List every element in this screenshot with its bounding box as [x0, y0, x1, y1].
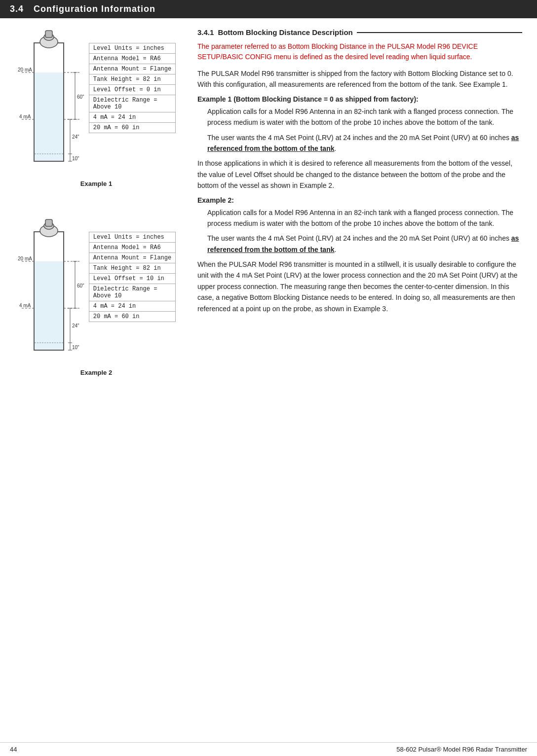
highlight-paragraph: The parameter referred to as Bottom Bloc…	[197, 41, 522, 62]
example1-heading: Example 1 (Bottom Blocking Distance = 0 …	[197, 95, 522, 103]
config-row-level-offset: Level Offset = 0 in	[89, 85, 175, 95]
example2-para2-end: .	[334, 246, 336, 253]
config2-row-level-units: Level Units = inches	[89, 232, 175, 243]
example2-para2-text: The user wants the 4 mA Set Point (LRV) …	[207, 234, 511, 242]
section-number: 3.4	[10, 4, 24, 14]
example2-para2: The user wants the 4 mA Set Point (LRV) …	[197, 233, 522, 255]
config-row-level-units: Level Units = inches	[89, 43, 175, 54]
svg-rect-27	[45, 219, 52, 226]
config-row-antenna-mount: Antenna Mount = Flange	[89, 64, 175, 74]
body-paragraph-2: In those applications in which it is des…	[197, 158, 522, 191]
example1-config-box: Level Units = inches Antenna Model = RA6…	[89, 43, 176, 133]
svg-text:60": 60"	[77, 94, 84, 100]
right-column: 3.4.1 Bottom Blocking Distance Descripti…	[188, 18, 537, 386]
example1-label: Example 1	[80, 180, 112, 187]
config2-row-4ma: 4 mA = 24 in	[89, 301, 175, 312]
svg-rect-28	[35, 261, 63, 350]
config2-row-20ma: 20 mA = 60 in	[89, 312, 175, 322]
config-row-tank-height: Tank Height = 82 in	[89, 74, 175, 85]
subsection-num: 3.4.1	[197, 28, 214, 36]
page-number: 44	[10, 746, 17, 753]
svg-rect-3	[45, 31, 52, 37]
config-row-dielectric: Dielectric Range =Above 10	[89, 95, 175, 112]
config-row-antenna-model: Antenna Model = RA6	[89, 54, 175, 64]
example1-tank-svg: 20 mA 4 mA 60" 24" 10"	[17, 28, 86, 176]
example1-para2: The user wants the 4 mA Set Point (LRV) …	[197, 132, 522, 154]
subsection-title: Bottom Blocking Distance Description	[218, 28, 352, 36]
svg-text:20 mA: 20 mA	[18, 256, 32, 261]
config2-row-tank-height: Tank Height = 82 in	[89, 263, 175, 274]
example1-diagram: 20 mA 4 mA 60" 24" 10"	[10, 28, 183, 187]
example2-para1: Application calls for a Model R96 Antenn…	[197, 207, 522, 229]
page-footer: 44 58-602 Pulsar® Model R96 Radar Transm…	[0, 742, 537, 756]
config-row-20ma: 20 mA = 60 in	[89, 123, 175, 133]
config2-row-antenna-mount: Antenna Mount = Flange	[89, 253, 175, 263]
svg-text:10": 10"	[72, 345, 79, 350]
example2-diagram: 20 mA 4 mA 60" 24" 10" Level Units	[10, 217, 183, 376]
example2-heading: Example 2:	[197, 196, 522, 204]
body-paragraph-3: When the PULSAR Model R96 transmitter is…	[197, 259, 522, 314]
svg-text:4 mA: 4 mA	[19, 303, 31, 308]
example1-para1: Application calls for a Model R96 Antenn…	[197, 106, 522, 128]
doc-title: 58-602 Pulsar® Model R96 Radar Transmitt…	[396, 746, 527, 753]
body-paragraph-1: The PULSAR Model R96 transmitter is ship…	[197, 68, 522, 90]
config2-row-level-offset: Level Offset = 10 in	[89, 274, 175, 284]
subsection-heading: 3.4.1 Bottom Blocking Distance Descripti…	[197, 28, 522, 36]
header-bar: 3.4 Configuration Information	[0, 0, 537, 18]
svg-text:60": 60"	[77, 283, 84, 288]
example2-config-box: Level Units = inches Antenna Model = RA6…	[89, 232, 176, 322]
svg-rect-4	[35, 72, 63, 161]
config2-row-antenna-model: Antenna Model = RA6	[89, 243, 175, 253]
svg-text:24": 24"	[72, 134, 79, 140]
left-column: 20 mA 4 mA 60" 24" 10"	[0, 18, 188, 386]
config2-row-dielectric: Dielectric Range =Above 10	[89, 284, 175, 301]
svg-text:24": 24"	[72, 323, 79, 328]
example1-para2-text: The user wants the 4 mA Set Point (LRV) …	[207, 134, 511, 142]
example1-para2-end: .	[334, 144, 336, 152]
svg-text:20 mA: 20 mA	[18, 67, 32, 72]
svg-text:4 mA: 4 mA	[19, 114, 31, 119]
example2-label: Example 2	[80, 369, 112, 376]
section-title: Configuration Information	[34, 4, 155, 14]
config-row-4ma: 4 mA = 24 in	[89, 112, 175, 123]
svg-text:10": 10"	[72, 156, 79, 161]
example2-tank-svg: 20 mA 4 mA 60" 24" 10"	[17, 217, 86, 365]
